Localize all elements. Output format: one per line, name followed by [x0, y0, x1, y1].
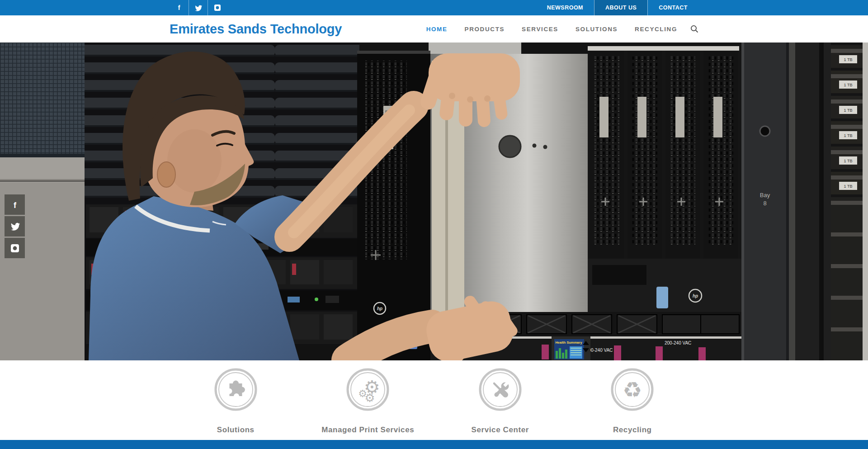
- hero-image: hp hp Bay 8: [0, 43, 868, 360]
- menu-item-recycling[interactable]: RECYCLING: [626, 26, 686, 33]
- svg-text:200-240 VAC: 200-240 VAC: [665, 340, 691, 345]
- svg-text:8: 8: [763, 200, 766, 207]
- svg-text:f: f: [178, 4, 180, 11]
- svg-text:♻: ♻: [623, 378, 642, 402]
- menu-item-solutions[interactable]: SOLUTIONS: [567, 26, 626, 33]
- svg-text:1 TB: 1 TB: [844, 184, 853, 189]
- menu-item-services[interactable]: SERVICES: [513, 26, 567, 33]
- twitter-icon[interactable]: [5, 216, 25, 236]
- svg-text:f: f: [14, 201, 17, 209]
- feature-label: Solutions: [170, 425, 302, 435]
- twitter-icon[interactable]: [189, 0, 208, 15]
- svg-text:1 TB: 1 TB: [844, 83, 853, 87]
- puzzle-icon: [214, 368, 258, 411]
- search-icon[interactable]: [690, 25, 698, 33]
- top-bar: f NEWSROOM ABOUT US CONTACT: [0, 0, 868, 15]
- footer-bar: [0, 440, 868, 449]
- tools-icon: [478, 368, 522, 411]
- facebook-icon[interactable]: f: [5, 194, 25, 215]
- menu-item-home[interactable]: HOME: [418, 26, 456, 33]
- svg-text:⚙: ⚙: [365, 391, 375, 405]
- gears-icon: ⚙ ⚙ ⚙: [346, 368, 390, 411]
- svg-text:hp: hp: [377, 306, 382, 311]
- svg-text:1 TB: 1 TB: [844, 57, 853, 62]
- topbar-link-newsroom[interactable]: NEWSROOM: [536, 0, 594, 15]
- svg-text:hp: hp: [693, 293, 698, 298]
- feature-label: Managed Print Services: [302, 425, 434, 435]
- health-summary-screen: Health Summary: [552, 336, 590, 360]
- site-logo[interactable]: Emirates Sands Technology: [170, 22, 342, 37]
- feature-label: Recycling: [566, 425, 699, 435]
- topbar-links: NEWSROOM ABOUT US CONTACT: [536, 0, 698, 15]
- svg-text:1 TB: 1 TB: [844, 133, 853, 138]
- feature-label: Service Center: [434, 425, 566, 435]
- menu-item-products[interactable]: PRODUCTS: [456, 26, 514, 33]
- floating-social-bar: f: [5, 194, 25, 260]
- svg-text:Bay: Bay: [760, 192, 770, 199]
- svg-text:1 TB: 1 TB: [844, 159, 853, 163]
- drive-tray-stack: 1 TB 1 TB 1 TB 1 TB 1 TB 1 TB: [831, 43, 868, 360]
- topbar-link-about-us[interactable]: ABOUT US: [594, 0, 647, 15]
- feature-solutions[interactable]: Solutions: [170, 360, 302, 435]
- topbar-social-group: f: [170, 0, 227, 15]
- main-navigation: Emirates Sands Technology HOME PRODUCTS …: [0, 15, 868, 43]
- features-section: Solutions ⚙ ⚙ ⚙ Managed Print Services: [0, 360, 868, 440]
- feature-recycling[interactable]: ♻ Recycling: [566, 360, 699, 435]
- recycle-icon: ♻: [610, 368, 654, 411]
- svg-text:1 TB: 1 TB: [844, 108, 853, 113]
- feature-service-center[interactable]: Service Center: [434, 360, 566, 435]
- svg-text:Health Summary: Health Summary: [555, 340, 582, 345]
- feature-managed-print-services[interactable]: ⚙ ⚙ ⚙ Managed Print Services: [302, 360, 434, 435]
- topbar-link-contact[interactable]: CONTACT: [647, 0, 698, 15]
- main-menu: HOME PRODUCTS SERVICES SOLUTIONS RECYCLI…: [418, 25, 698, 33]
- facebook-icon[interactable]: f: [170, 0, 189, 15]
- instagram-icon[interactable]: [208, 0, 226, 15]
- hero-section: hp hp Bay 8: [0, 43, 868, 360]
- instagram-icon[interactable]: [5, 238, 25, 258]
